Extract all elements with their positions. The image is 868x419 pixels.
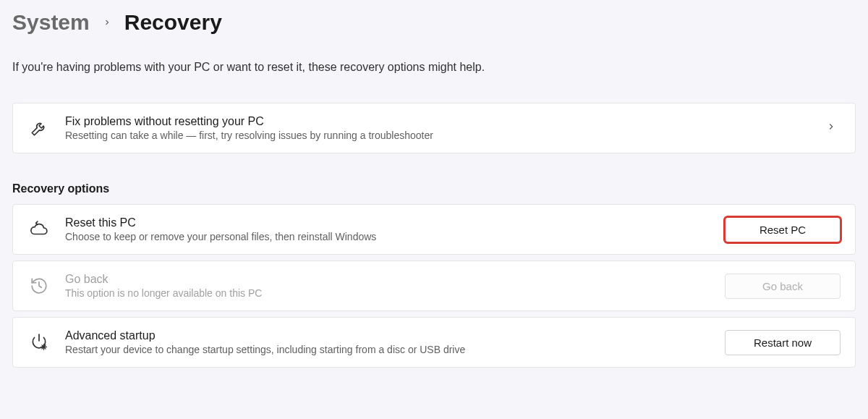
breadcrumb-current: Recovery [124,10,222,35]
reset-pc-button[interactable]: Reset PC [725,217,841,242]
cloud-reset-icon [27,220,51,239]
troubleshoot-text: Fix problems without resetting your PC R… [65,115,812,141]
reset-pc-card: Reset this PC Choose to keep or remove y… [12,204,856,255]
reset-pc-text: Reset this PC Choose to keep or remove y… [65,216,710,242]
go-back-text: Go back This option is no longer availab… [65,273,710,299]
breadcrumb: System Recovery [12,10,856,35]
troubleshoot-title: Fix problems without resetting your PC [65,115,812,128]
go-back-card: Go back This option is no longer availab… [12,261,856,311]
history-icon [27,276,51,295]
troubleshoot-desc: Resetting can take a while — first, try … [65,130,812,141]
section-header: Recovery options [12,182,856,195]
wrench-icon [27,119,51,137]
advanced-startup-card: Advanced startup Restart your device to … [12,317,856,368]
restart-now-button[interactable]: Restart now [725,330,841,355]
breadcrumb-parent[interactable]: System [12,10,90,35]
troubleshoot-card[interactable]: Fix problems without resetting your PC R… [12,103,856,153]
advanced-startup-text: Advanced startup Restart your device to … [65,329,710,355]
advanced-startup-desc: Restart your device to change startup se… [65,344,710,355]
reset-pc-desc: Choose to keep or remove your personal f… [65,231,710,242]
power-gear-icon [27,333,51,352]
go-back-button: Go back [725,274,841,299]
go-back-title: Go back [65,273,710,286]
advanced-startup-title: Advanced startup [65,329,710,342]
recovery-options-list: Reset this PC Choose to keep or remove y… [12,204,856,368]
reset-pc-title: Reset this PC [65,216,710,229]
intro-text: If you're having problems with your PC o… [12,61,856,74]
go-back-desc: This option is no longer available on th… [65,287,710,299]
chevron-right-icon [826,122,841,135]
chevron-right-icon [103,15,111,30]
